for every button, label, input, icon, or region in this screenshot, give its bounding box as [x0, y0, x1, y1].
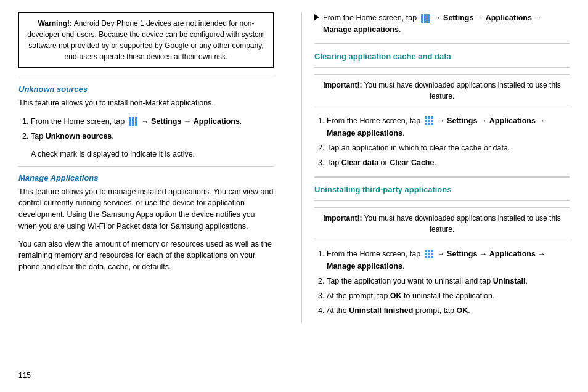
manage-applications-body1: This feature allows you to manage instal… [18, 186, 274, 232]
svg-rect-27 [425, 250, 427, 252]
bullet-triangle-icon [314, 14, 319, 20]
right-first-item: From the Home screen, tap → Settings → A… [314, 12, 570, 36]
svg-rect-10 [424, 14, 427, 17]
svg-rect-8 [135, 123, 137, 126]
svg-rect-6 [129, 123, 131, 126]
clearing-section: Clearing application cache and data Impo… [314, 52, 570, 169]
svg-rect-25 [428, 123, 430, 125]
svg-rect-22 [428, 120, 430, 122]
step-1: From the Home screen, tap → Settings → A… [31, 115, 274, 128]
manage-applications-body2: You can also view the amount of memory o… [18, 239, 274, 273]
page-number: 115 [18, 371, 31, 380]
unknown-sources-body: This feature allows you to install non-M… [18, 97, 274, 109]
svg-rect-16 [424, 20, 427, 23]
step-2: Tap Unknown sources. [31, 130, 274, 142]
uninstalling-section: Uninstalling third-party applications Im… [314, 185, 570, 317]
svg-rect-24 [425, 123, 427, 125]
svg-rect-7 [132, 123, 134, 126]
svg-rect-13 [424, 17, 427, 20]
svg-rect-31 [428, 253, 430, 255]
unknown-sources-section: Unknown sources This feature allows you … [18, 84, 274, 160]
divider-clearing [314, 43, 570, 44]
manage-applications-section: Manage Applications This feature allows … [18, 173, 274, 273]
svg-rect-15 [421, 20, 423, 23]
unknown-sources-note: A check mark is displayed to indicate it… [31, 149, 274, 160]
svg-rect-19 [428, 116, 430, 119]
unknown-sources-steps: From the Home screen, tap → Settings → A… [18, 115, 274, 142]
svg-rect-21 [425, 120, 427, 122]
clearing-title: Clearing application cache and data [314, 52, 570, 61]
clearing-important-label: Important!: [323, 81, 362, 89]
svg-rect-17 [427, 20, 430, 23]
uninstalling-step-2: Tap the application you want to uninstal… [327, 275, 570, 287]
divider-uninstalling [314, 176, 570, 178]
svg-rect-29 [431, 250, 433, 252]
svg-rect-18 [425, 116, 427, 119]
svg-rect-26 [431, 123, 433, 125]
svg-rect-0 [129, 117, 131, 120]
divider-manage [18, 166, 274, 167]
svg-rect-35 [431, 256, 433, 258]
svg-rect-5 [135, 120, 137, 123]
svg-rect-3 [129, 120, 131, 123]
uninstalling-important-box: Important!: You must have downloaded app… [314, 207, 570, 240]
svg-rect-32 [431, 253, 433, 255]
svg-rect-2 [135, 117, 137, 120]
svg-rect-30 [425, 253, 427, 255]
uninstalling-step-1: From the Home screen, tap → Settings → A… [327, 248, 570, 272]
grid-icon [128, 116, 138, 126]
svg-rect-14 [427, 17, 430, 20]
divider-under-uninstalling [314, 200, 570, 201]
svg-rect-28 [428, 250, 430, 252]
warning-box: Warning!: Android Dev Phone 1 devices ar… [18, 12, 274, 68]
left-column: Warning!: Android Dev Phone 1 devices ar… [18, 12, 283, 323]
svg-rect-33 [425, 256, 427, 258]
clearing-important-box: Important!: You must have downloaded app… [314, 74, 570, 107]
warning-label: Warning!: [38, 19, 72, 28]
step-1-text: From the Home screen, tap → Settings → A… [31, 117, 242, 126]
clearing-important-text: You must have downloaded applications in… [362, 81, 561, 100]
uninstalling-important-label: Important!: [323, 214, 362, 223]
clearing-step-1: From the Home screen, tap → Settings → A… [327, 115, 570, 139]
clearing-steps: From the Home screen, tap → Settings → A… [314, 115, 570, 169]
svg-rect-11 [427, 14, 430, 17]
svg-rect-20 [431, 116, 433, 119]
uninstalling-title: Uninstalling third-party applications [314, 185, 570, 194]
divider-after-warning [18, 78, 274, 78]
unknown-sources-title: Unknown sources [18, 84, 274, 94]
grid-icon-uninstall [424, 249, 434, 259]
uninstalling-step-3: At the prompt, tap OK to uninstall the a… [327, 290, 570, 302]
clearing-step-2: Tap an application in which to clear the… [327, 142, 570, 154]
manage-applications-title: Manage Applications [18, 173, 274, 182]
uninstalling-important-text: You must have downloaded applications in… [362, 214, 561, 234]
svg-rect-12 [421, 17, 423, 20]
right-column: From the Home screen, tap → Settings → A… [301, 12, 570, 323]
svg-rect-34 [428, 256, 430, 258]
svg-rect-9 [421, 14, 423, 17]
grid-icon-clearing [424, 116, 434, 126]
divider-under-clearing [314, 67, 570, 68]
svg-rect-4 [132, 120, 134, 123]
right-first-item-text: From the Home screen, tap → Settings → A… [323, 12, 570, 36]
clearing-step-3: Tap Clear data or Clear Cache. [327, 157, 570, 169]
svg-rect-23 [431, 120, 433, 122]
uninstalling-step-4: At the Uninstall finished prompt, tap OK… [327, 304, 570, 317]
step-2-text: Tap Unknown sources. [31, 132, 114, 141]
svg-rect-1 [132, 117, 134, 120]
uninstalling-steps: From the Home screen, tap → Settings → A… [314, 248, 570, 317]
grid-icon-right [420, 14, 430, 23]
